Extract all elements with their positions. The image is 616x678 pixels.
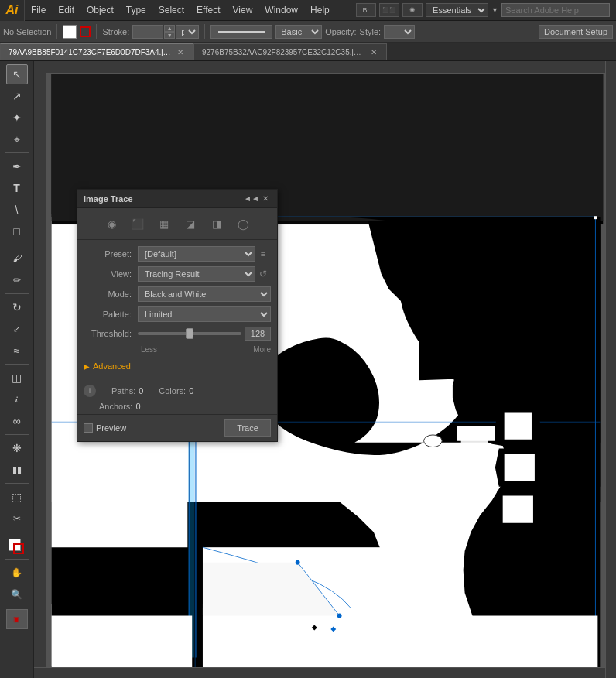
menu-object[interactable]: Object xyxy=(80,0,120,20)
palette-select[interactable]: Limited xyxy=(138,306,271,322)
device-central-icon[interactable]: ⬛⬛ xyxy=(379,3,399,17)
scroll-horizontal[interactable] xyxy=(34,667,605,678)
pen-icon: ✒ xyxy=(12,160,22,173)
low-color-btn[interactable]: ▦ xyxy=(154,214,174,233)
basic-style-select[interactable]: Basic xyxy=(275,25,322,39)
tab-2-close[interactable]: ✕ xyxy=(369,48,378,56)
menu-type[interactable]: Type xyxy=(120,0,152,20)
hand-tool-btn[interactable]: ✋ xyxy=(6,563,28,583)
preset-row: Preset: [Default] ≡ xyxy=(84,246,271,262)
pen-tool-btn[interactable]: ✒ xyxy=(6,156,28,176)
stroke-swatch[interactable] xyxy=(13,543,24,554)
embedded-btn[interactable]: ▣ xyxy=(6,609,28,629)
stats-row: i Paths: 0 Colors: 0 xyxy=(77,380,277,402)
direct-selection-icon: ↗ xyxy=(12,90,22,102)
eyedropper-tool-btn[interactable]: 𝒊 xyxy=(6,389,28,409)
fill-color-swatch[interactable] xyxy=(63,25,77,39)
tab-1[interactable]: 79AA9BB85F0141C723CF7E6D0D7DF3A4.jpg* @ … xyxy=(0,43,193,60)
blend-tool-btn[interactable]: ∞ xyxy=(6,411,28,431)
view-select[interactable]: Tracing Result xyxy=(138,266,255,282)
tab-1-close[interactable]: ✕ xyxy=(176,48,185,56)
gradient-tool-btn[interactable]: ◫ xyxy=(6,368,28,388)
opacity-label: Opacity: xyxy=(325,27,356,36)
trace-button[interactable]: Trace xyxy=(224,419,271,437)
tool-options-bar: No Selection Stroke: ▲ ▼ pt Basic Opacit… xyxy=(0,21,616,43)
high-color-btn[interactable]: ⬛ xyxy=(128,214,148,233)
warp-tool-btn[interactable]: ≈ xyxy=(6,341,28,361)
tab-2[interactable]: 9276B75B32AAC92F823957CE32C12C35.jpg* @ … xyxy=(193,43,387,60)
threshold-thumb[interactable] xyxy=(186,328,193,339)
menu-view[interactable]: View xyxy=(227,0,259,20)
stroke-unit-select[interactable]: pt xyxy=(176,25,199,39)
grayscale-btn[interactable]: ◪ xyxy=(180,214,200,233)
brush-stroke-preview[interactable] xyxy=(210,25,272,39)
style-label: Style: xyxy=(360,27,382,36)
threshold-input[interactable]: 128 xyxy=(245,327,271,341)
symbol-tool-btn[interactable]: ❋ xyxy=(6,438,28,458)
svg-rect-22 xyxy=(594,216,597,219)
preview-check[interactable] xyxy=(84,423,93,433)
paths-value: 0 xyxy=(139,386,143,396)
direct-selection-tool-btn[interactable]: ↗ xyxy=(6,86,28,106)
preset-select[interactable]: [Default] xyxy=(138,246,255,262)
info-icon[interactable]: i xyxy=(84,385,96,397)
divider-3 xyxy=(204,24,205,39)
artboard-tool-btn[interactable]: ⬚ xyxy=(6,487,28,507)
grayscale-icon: ◪ xyxy=(186,218,195,230)
line-tool-btn[interactable]: \ xyxy=(6,200,28,220)
document-setup-button[interactable]: Document Setup xyxy=(539,25,613,39)
colors-label: Colors: xyxy=(159,386,186,396)
style-select[interactable] xyxy=(384,25,415,39)
preview-checkbox[interactable]: Preview xyxy=(84,423,126,433)
menu-effect[interactable]: Effect xyxy=(190,0,226,20)
scroll-vertical[interactable] xyxy=(605,61,616,678)
panel-close-btn[interactable]: ✕ xyxy=(260,193,271,204)
preset-options-btn[interactable]: ≡ xyxy=(255,246,271,262)
scale-tool-btn[interactable]: ⤢ xyxy=(6,319,28,339)
slice-tool-btn[interactable]: ✂ xyxy=(6,508,28,529)
rotate-tool-btn[interactable]: ↻ xyxy=(6,297,28,317)
menu-help[interactable]: Help xyxy=(304,0,336,20)
graph-tool-btn[interactable]: ▮▮ xyxy=(6,460,28,480)
rect-tool-btn[interactable]: □ xyxy=(6,221,28,241)
view-reset-btn[interactable]: ↺ xyxy=(255,266,271,282)
selection-tool-btn[interactable]: ↖ xyxy=(6,64,28,84)
menu-file[interactable]: File xyxy=(25,0,52,20)
bridge-icon[interactable]: Br xyxy=(356,3,376,17)
black-white-btn[interactable]: ◨ xyxy=(207,214,227,233)
workspace-dropdown[interactable]: Essentials xyxy=(426,3,488,17)
paths-label: Paths: xyxy=(111,386,135,396)
menu-items: File Edit Object Type Select Effect View… xyxy=(25,0,336,20)
stroke-value-input[interactable] xyxy=(132,25,163,39)
mode-select[interactable]: Black and White xyxy=(138,286,271,302)
view-label: View: xyxy=(84,269,138,279)
lasso-tool-btn[interactable]: ⌖ xyxy=(6,129,28,149)
outline-btn[interactable]: ◯ xyxy=(233,214,253,233)
graph-icon: ▮▮ xyxy=(12,465,22,475)
paintbrush-tool-btn[interactable]: 🖌 xyxy=(6,248,28,269)
svg-point-27 xyxy=(424,435,443,447)
zoom-tool-btn[interactable]: 🔍 xyxy=(6,584,28,604)
zoom-icon: 🔍 xyxy=(11,589,22,600)
panel-titlebar[interactable]: Image Trace ◄◄ ✕ xyxy=(77,190,277,208)
type-tool-btn[interactable]: T xyxy=(6,178,28,198)
palette-row: Palette: Limited xyxy=(84,306,271,322)
auto-color-btn[interactable]: ◉ xyxy=(101,214,121,233)
canvas-area[interactable]: Image Trace ◄◄ ✕ ◉ ⬛ ▦ ◪ xyxy=(34,61,616,678)
toolbar-separator-6 xyxy=(5,483,29,484)
pencil-tool-btn[interactable]: ✏ xyxy=(6,270,28,290)
stroke-color-indicator[interactable] xyxy=(80,26,91,37)
magic-wand-tool-btn[interactable]: ✦ xyxy=(6,108,28,128)
menu-select[interactable]: Select xyxy=(152,0,190,20)
threshold-slider[interactable] xyxy=(138,332,241,335)
panel-collapse-btn[interactable]: ◄◄ xyxy=(246,193,257,204)
stroke-up-arrow[interactable]: ▲ xyxy=(164,25,175,32)
ku-icon[interactable]: ✺ xyxy=(402,3,423,17)
less-more-labels: Less More xyxy=(84,345,271,354)
advanced-row[interactable]: ▶ Advanced xyxy=(84,358,271,374)
stroke-down-arrow[interactable]: ▼ xyxy=(164,32,175,39)
mode-row: Mode: Black and White xyxy=(84,286,271,302)
menu-window[interactable]: Window xyxy=(258,0,304,20)
menu-edit[interactable]: Edit xyxy=(52,0,80,20)
search-input[interactable] xyxy=(501,3,610,17)
